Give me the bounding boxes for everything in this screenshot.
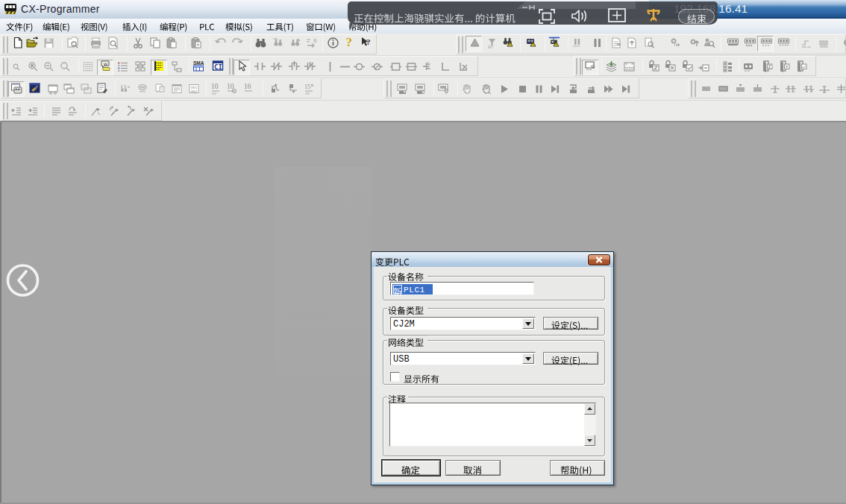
svg-text:B: B [313, 38, 317, 43]
svg-text:?: ? [346, 35, 353, 48]
svg-text:ror: ror [305, 91, 310, 95]
svg-text:15: 15 [304, 84, 310, 90]
svg-text:16: 16 [244, 83, 251, 90]
svg-text:SMA: SMA [193, 60, 204, 66]
svg-text:10: 10 [227, 83, 234, 90]
svg-text:ror: ror [212, 91, 216, 95]
svg-text:002: 002 [191, 89, 197, 93]
svg-text:CI: CI [214, 63, 222, 71]
svg-text:10: 10 [211, 83, 219, 90]
svg-text:?: ? [366, 37, 371, 46]
svg-text:W: W [104, 62, 108, 66]
